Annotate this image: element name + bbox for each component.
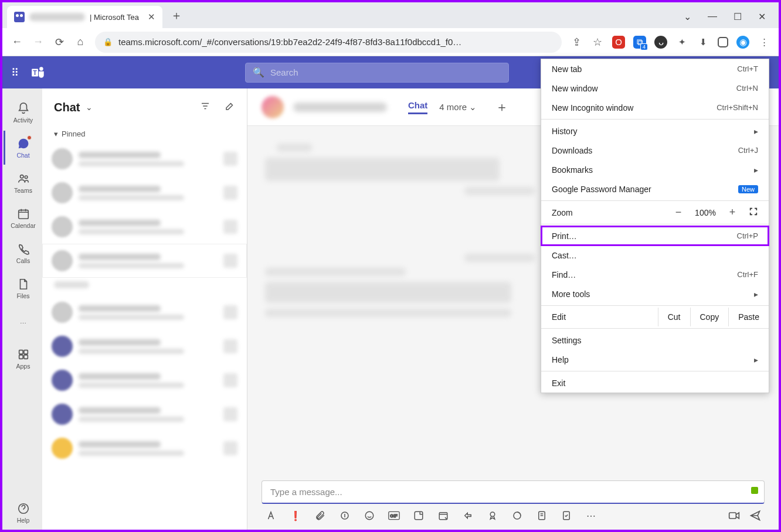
rail-calendar[interactable]: Calendar: [4, 201, 41, 235]
menu-new-incognito[interactable]: New Incognito windowCtrl+Shift+N: [541, 98, 769, 117]
profile-icon[interactable]: ◉: [736, 36, 749, 49]
pinned-section-header[interactable]: ▾Pinned: [42, 126, 247, 142]
ellipsis-icon: ⋯: [16, 316, 30, 330]
share-icon[interactable]: ⇪: [570, 36, 583, 49]
chevron-down-icon[interactable]: ⌄: [86, 103, 93, 112]
chat-row[interactable]: [42, 397, 247, 431]
gif-icon[interactable]: GIF: [388, 510, 400, 521]
search-placeholder: Search: [270, 67, 298, 77]
add-tab-icon[interactable]: ＋: [495, 98, 508, 116]
people-icon: [16, 172, 30, 186]
zoom-in-button[interactable]: +: [723, 206, 742, 219]
send-icon[interactable]: [749, 510, 761, 521]
rail-more[interactable]: ⋯: [4, 306, 41, 340]
chat-row[interactable]: [42, 329, 247, 363]
app-launcher-icon[interactable]: ⠿: [11, 66, 19, 79]
submenu-arrow-icon: ▸: [754, 127, 758, 136]
menu-help[interactable]: Help▸: [541, 350, 769, 369]
menu-settings[interactable]: Settings: [541, 330, 769, 350]
svg-rect-21: [729, 513, 736, 519]
rail-files[interactable]: Files: [4, 271, 41, 305]
message-input[interactable]: Type a message...: [262, 480, 765, 504]
svg-text:GIF: GIF: [390, 513, 398, 519]
message-placeholder: Type a message...: [270, 487, 342, 497]
emoji-icon[interactable]: [364, 510, 375, 521]
fullscreen-icon[interactable]: [749, 207, 758, 218]
chat-row-selected[interactable]: [42, 244, 247, 278]
chat-row[interactable]: [42, 295, 247, 329]
menu-find[interactable]: Find…Ctrl+F: [541, 265, 769, 284]
menu-new-window[interactable]: New windowCtrl+N: [541, 79, 769, 98]
extension-blue-icon[interactable]: ⧉4: [633, 36, 646, 49]
teams-logo-icon[interactable]: T: [30, 65, 46, 80]
sidepanel-icon[interactable]: [718, 37, 728, 47]
menu-copy[interactable]: Copy: [690, 308, 729, 326]
more-actions-icon[interactable]: ⋯: [585, 510, 597, 521]
conv-tab-chat[interactable]: Chat: [408, 100, 427, 114]
menu-print[interactable]: Print…Ctrl+P: [541, 226, 769, 245]
zoom-out-button[interactable]: −: [669, 206, 688, 219]
viva-icon[interactable]: [511, 510, 523, 521]
window-maximize-icon[interactable]: ☐: [734, 11, 742, 22]
menu-bookmarks[interactable]: Bookmarks▸: [541, 160, 769, 179]
address-bar[interactable]: 🔒 teams.microsoft.com/_#/conversations/1…: [95, 32, 562, 53]
chat-row[interactable]: [42, 210, 247, 244]
menu-cut[interactable]: Cut: [658, 308, 690, 326]
menu-more-tools[interactable]: More tools▸: [541, 284, 769, 303]
rail-calls[interactable]: Calls: [4, 236, 41, 270]
loop-icon[interactable]: [339, 510, 351, 521]
menu-downloads[interactable]: DownloadsCtrl+J: [541, 141, 769, 160]
schedule-icon[interactable]: [437, 510, 449, 521]
teams-search-box[interactable]: 🔍 Search: [245, 63, 509, 83]
chrome-menu-icon[interactable]: ⋮: [758, 36, 770, 49]
video-clip-icon[interactable]: [728, 510, 740, 521]
priority-icon[interactable]: ❗: [290, 510, 301, 521]
rail-apps-label: Apps: [16, 363, 30, 370]
stream-icon[interactable]: [462, 510, 474, 521]
attach-icon[interactable]: [314, 510, 326, 521]
rail-activity[interactable]: Activity: [4, 96, 41, 129]
filter-icon[interactable]: [200, 101, 210, 114]
chat-row[interactable]: [42, 431, 247, 465]
bookmark-star-icon[interactable]: ☆: [591, 36, 604, 49]
new-tab-button[interactable]: ＋: [171, 8, 182, 23]
format-icon[interactable]: [265, 510, 277, 521]
extensions-puzzle-icon[interactable]: ✦: [675, 36, 688, 49]
menu-paste[interactable]: Paste: [728, 308, 769, 326]
tab-close-icon[interactable]: ✕: [148, 12, 155, 22]
window-minimize-icon[interactable]: —: [708, 11, 717, 22]
presence-indicator-icon: [751, 487, 758, 494]
extension-red-icon[interactable]: O: [612, 36, 625, 49]
rail-apps[interactable]: Apps: [4, 342, 41, 376]
home-button[interactable]: ⌂: [74, 36, 87, 49]
recent-section-header[interactable]: [42, 278, 247, 295]
reload-button[interactable]: ⟳: [53, 36, 66, 49]
rail-teams[interactable]: Teams: [4, 166, 41, 200]
extension-panda-icon[interactable]: ᴗ: [654, 36, 667, 49]
forward-button[interactable]: →: [32, 36, 45, 49]
menu-cast[interactable]: Cast…: [541, 245, 769, 265]
back-button[interactable]: ←: [11, 36, 23, 49]
updates-icon[interactable]: [561, 510, 572, 521]
menu-exit[interactable]: Exit: [541, 373, 769, 393]
menu-password-manager[interactable]: Google Password ManagerNew: [541, 179, 769, 199]
conv-tab-more[interactable]: 4 more ⌄: [439, 102, 477, 112]
rail-files-label: Files: [16, 292, 29, 299]
edit-label: Edit: [541, 308, 658, 326]
chat-row[interactable]: [42, 142, 247, 176]
downloads-icon[interactable]: ⬇: [697, 36, 709, 49]
chat-row[interactable]: [42, 176, 247, 210]
window-caret-icon[interactable]: ⌄: [684, 11, 691, 22]
browser-tab[interactable]: | Microsoft Tea ✕: [7, 6, 162, 28]
approvals-icon[interactable]: [487, 510, 498, 521]
new-chat-icon[interactable]: [225, 101, 235, 114]
menu-new-tab[interactable]: New tabCtrl+T: [541, 59, 769, 79]
conversation-avatar[interactable]: [262, 96, 284, 118]
polls-icon[interactable]: [536, 510, 548, 521]
menu-history[interactable]: History▸: [541, 121, 769, 141]
rail-help[interactable]: Help: [4, 496, 41, 530]
chat-row[interactable]: [42, 363, 247, 397]
rail-chat[interactable]: Chat: [4, 131, 41, 165]
window-close-icon[interactable]: ✕: [758, 11, 766, 22]
sticker-icon[interactable]: [413, 510, 425, 521]
